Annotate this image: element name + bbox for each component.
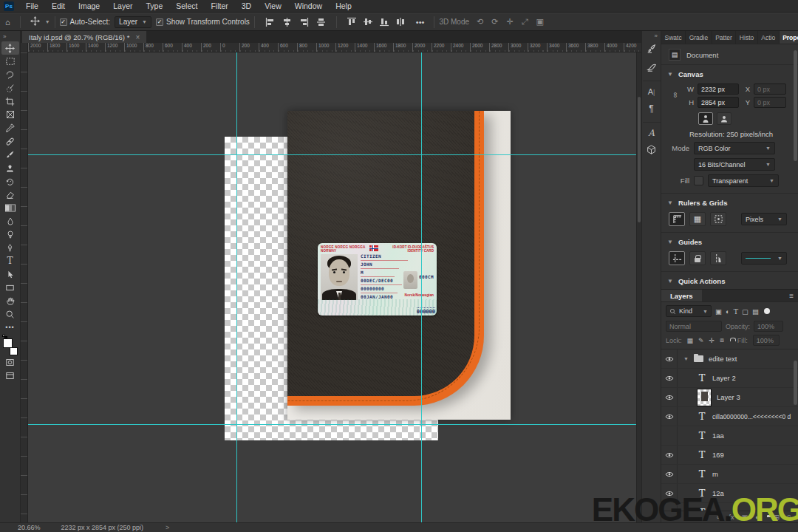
lasso-tool[interactable] bbox=[1, 68, 19, 81]
filter-type-layers-icon[interactable]: T bbox=[734, 307, 738, 316]
color-swatches[interactable] bbox=[2, 336, 18, 355]
3d-pan-icon[interactable]: ✛ bbox=[506, 17, 513, 27]
type-tool[interactable]: T bbox=[1, 254, 19, 267]
character-panel-icon[interactable]: A| bbox=[643, 81, 661, 99]
align-left-icon[interactable] bbox=[265, 18, 275, 27]
tab-history[interactable]: Histo bbox=[736, 31, 757, 44]
visibility-toggle[interactable] bbox=[661, 407, 678, 426]
3d-orbit-icon[interactable]: ⟲ bbox=[477, 17, 483, 27]
distribute-horizontal-icon[interactable] bbox=[316, 18, 326, 27]
lock-transparency-icon[interactable]: ▦ bbox=[687, 337, 694, 344]
healing-brush-tool[interactable] bbox=[1, 134, 19, 148]
fill-input[interactable]: 100% bbox=[753, 335, 780, 346]
blur-tool[interactable] bbox=[1, 214, 19, 228]
fill-select[interactable]: Transparent ▼ bbox=[708, 174, 779, 187]
visibility-toggle[interactable] bbox=[661, 349, 678, 368]
history-brush-tool[interactable] bbox=[1, 174, 19, 188]
guide-style-select[interactable]: ▼ bbox=[741, 252, 787, 265]
fill-color-checkbox[interactable] bbox=[694, 176, 703, 185]
ruler-origin-corner[interactable] bbox=[21, 43, 28, 52]
layers-menu-icon[interactable]: ≡ bbox=[785, 290, 798, 301]
menu-item[interactable]: Select bbox=[170, 0, 203, 13]
tab-swatches[interactable]: Swatc bbox=[661, 31, 686, 44]
vertical-guide[interactable] bbox=[236, 52, 237, 522]
frame-tool[interactable] bbox=[1, 108, 19, 121]
tab-gradients[interactable]: Gradie bbox=[686, 31, 712, 44]
layer-row[interactable]: T1aa bbox=[661, 426, 798, 446]
pen-tool[interactable] bbox=[1, 241, 19, 254]
move-tool-icon[interactable] bbox=[25, 16, 45, 27]
visibility-toggle[interactable] bbox=[661, 446, 678, 464]
layer-row-group[interactable]: ▼edite text bbox=[661, 349, 798, 369]
libraries-panel-icon[interactable] bbox=[643, 140, 661, 159]
portrait-orientation-button[interactable] bbox=[698, 112, 713, 125]
path-select-tool[interactable] bbox=[1, 267, 19, 281]
dodge-tool[interactable] bbox=[1, 228, 19, 241]
layers-scrollbar[interactable] bbox=[794, 361, 797, 405]
menu-item[interactable]: Window bbox=[289, 0, 328, 13]
filter-pixel-layers-icon[interactable]: ▣ bbox=[715, 307, 722, 316]
3d-camera-icon[interactable]: ▣ bbox=[536, 17, 543, 27]
crop-tool[interactable] bbox=[1, 95, 19, 108]
brush-settings-icon[interactable] bbox=[643, 39, 661, 58]
height-input[interactable]: 2854 px bbox=[698, 97, 739, 108]
filter-shape-layers-icon[interactable]: ▢ bbox=[742, 307, 748, 316]
hand-tool[interactable] bbox=[1, 294, 19, 307]
horizontal-guide[interactable] bbox=[28, 154, 636, 155]
filter-smart-objects-icon[interactable]: ▤ bbox=[752, 307, 759, 316]
chevron-down-icon[interactable]: ▼ bbox=[45, 19, 50, 24]
menu-item[interactable]: View bbox=[259, 0, 287, 13]
align-middle-icon[interactable] bbox=[364, 17, 372, 27]
toggle-snap-button[interactable] bbox=[710, 212, 726, 226]
menu-item[interactable]: Edit bbox=[46, 0, 71, 13]
quick-mask-icon[interactable] bbox=[1, 355, 19, 369]
guides-section-header[interactable]: ▼ Guides bbox=[661, 233, 798, 249]
tab-patterns[interactable]: Patter bbox=[712, 31, 737, 44]
show-transform-checkbox[interactable]: ✓ bbox=[156, 18, 163, 26]
3d-roll-icon[interactable]: ⟳ bbox=[491, 17, 498, 27]
menu-item[interactable]: Type bbox=[140, 0, 168, 13]
align-right-icon[interactable] bbox=[299, 18, 309, 27]
visibility-toggle[interactable] bbox=[661, 426, 678, 445]
paragraph-panel-icon[interactable]: ¶ bbox=[643, 99, 661, 117]
ruler-units-select[interactable]: Pixels ▼ bbox=[741, 213, 787, 225]
brushes-icon[interactable] bbox=[643, 58, 661, 76]
shape-tool[interactable] bbox=[1, 281, 19, 294]
menu-item[interactable]: Image bbox=[72, 0, 106, 13]
background-color-swatch[interactable] bbox=[10, 347, 18, 355]
home-icon[interactable]: ⌂ bbox=[0, 18, 16, 27]
marquee-tool[interactable] bbox=[1, 55, 19, 68]
auto-select-checkbox[interactable]: ✓ bbox=[60, 18, 67, 26]
more-options-icon[interactable]: ••• bbox=[411, 18, 430, 27]
vertical-ruler[interactable] bbox=[21, 52, 28, 522]
zoom-tool[interactable] bbox=[1, 307, 19, 321]
horizontal-guide[interactable] bbox=[28, 424, 636, 425]
opacity-input[interactable]: 100% bbox=[754, 321, 783, 332]
clone-stamp-tool[interactable] bbox=[1, 161, 19, 174]
eraser-tool[interactable] bbox=[1, 188, 19, 201]
brush-tool[interactable] bbox=[1, 148, 19, 161]
expand-tools-icon[interactable]: » bbox=[0, 32, 6, 41]
x-input[interactable]: 0 px bbox=[754, 83, 786, 95]
menu-item[interactable]: 3D bbox=[236, 0, 257, 13]
3d-slide-icon[interactable]: ⤢ bbox=[522, 17, 528, 27]
lock-guides-button[interactable] bbox=[689, 251, 706, 265]
lock-position-icon[interactable]: ✛ bbox=[709, 337, 715, 344]
quick-selection-tool[interactable] bbox=[1, 81, 19, 95]
group-caret-icon[interactable]: ▼ bbox=[683, 356, 689, 361]
visibility-toggle[interactable] bbox=[661, 369, 678, 387]
distribute-vertical-icon[interactable] bbox=[396, 17, 405, 27]
align-top-icon[interactable] bbox=[347, 17, 356, 27]
visibility-toggle[interactable] bbox=[661, 388, 678, 406]
menu-item[interactable]: Layer bbox=[107, 0, 138, 13]
canvas-vertical-scrollbar[interactable] bbox=[636, 52, 641, 522]
align-center-icon[interactable] bbox=[282, 18, 292, 27]
layers-tab[interactable]: Layers bbox=[661, 290, 702, 301]
toggle-rulers-button[interactable] bbox=[669, 212, 685, 226]
gradient-tool[interactable] bbox=[1, 201, 19, 214]
edit-toolbar-icon[interactable]: ••• bbox=[1, 321, 19, 334]
menu-item[interactable]: File bbox=[20, 0, 44, 13]
width-input[interactable]: 2232 px bbox=[698, 83, 739, 95]
filter-toggle-icon[interactable] bbox=[764, 308, 770, 314]
zoom-level-field[interactable]: 20.66% bbox=[18, 524, 41, 531]
